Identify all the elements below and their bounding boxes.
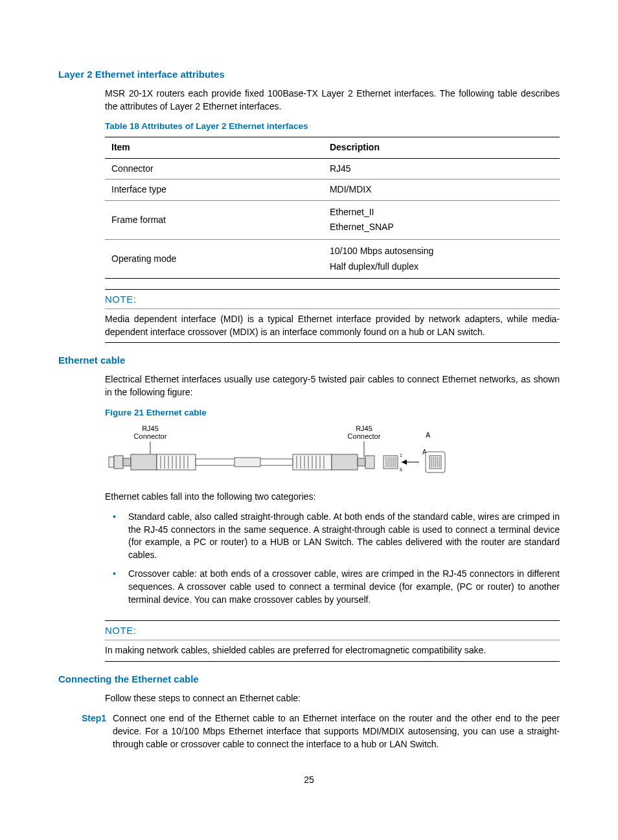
- table-row: Frame format Ethernet_II Ethernet_SNAP: [105, 200, 560, 239]
- heading-connecting-cable: Connecting the Ethernet cable: [58, 672, 560, 686]
- table-row: Connector RJ45: [105, 158, 560, 180]
- step-text: Connect one end of the Ethernet cable to…: [113, 712, 560, 751]
- table-layer2-attributes: Item Description Connector RJ45 Interfac…: [105, 137, 560, 279]
- svg-text:8: 8: [400, 467, 402, 472]
- svg-rect-31: [332, 454, 358, 470]
- note-block-mdi: NOTE: Media dependent interface (MDI) is…: [105, 289, 560, 343]
- note-label: NOTE:: [105, 292, 560, 306]
- svg-text:RJ45: RJ45: [142, 425, 159, 432]
- note-text: In making network cables, shielded cable…: [105, 640, 560, 657]
- svg-rect-32: [365, 456, 374, 469]
- paragraph-ethernet-intro: Electrical Ethernet interfaces usually u…: [105, 373, 560, 399]
- cell-item: Interface type: [105, 180, 323, 201]
- heading-ethernet-cable: Ethernet cable: [58, 353, 560, 367]
- cell-desc: 10/100 Mbps autosensing Half duplex/full…: [323, 240, 560, 279]
- note-text: Media dependent interface (MDI) is a typ…: [105, 309, 560, 338]
- svg-rect-10: [131, 454, 157, 470]
- table-row: Operating mode 10/100 Mbps autosensing H…: [105, 240, 560, 279]
- cell-desc: MDI/MDIX: [323, 180, 560, 201]
- note-block-shielded: NOTE: In making network cables, shielded…: [105, 620, 560, 662]
- cell-item: Frame format: [105, 200, 323, 239]
- svg-text:A: A: [426, 431, 431, 439]
- paragraph-layer2-intro: MSR 20-1X routers each provide fixed 100…: [105, 88, 560, 113]
- cell-item: Operating mode: [105, 240, 323, 279]
- figure-21-caption: Figure 21 Ethernet cable: [105, 407, 560, 419]
- step-1-row: Step1 Connect one end of the Ethernet ca…: [82, 712, 560, 751]
- svg-text:RJ45: RJ45: [356, 425, 372, 432]
- svg-text:1: 1: [400, 453, 402, 458]
- heading-layer2-attributes: Layer 2 Ethernet interface attributes: [58, 67, 560, 81]
- table-18-caption: Table 18 Attributes of Layer 2 Ethernet …: [105, 121, 560, 133]
- list-item: Crossover cable: at both ends of a cross…: [105, 568, 560, 612]
- cell-item: Connector: [105, 158, 323, 180]
- step-label: Step1: [82, 712, 113, 751]
- paragraph-categories-intro: Ethernet cables fall into the following …: [105, 491, 560, 504]
- svg-text:Connector: Connector: [134, 432, 167, 440]
- paragraph-connecting-intro: Follow these steps to connect an Etherne…: [105, 692, 560, 705]
- svg-text:Connector: Connector: [348, 432, 381, 440]
- bullet-list-cable-types: Standard cable, also called straight-thr…: [105, 511, 560, 612]
- svg-rect-9: [114, 456, 123, 469]
- page-number: 25: [58, 774, 560, 787]
- table-row: Interface type MDI/MDIX: [105, 180, 560, 201]
- figure-ethernet-cable: RJ45 Connector RJ45 Connector A A: [105, 423, 560, 482]
- svg-rect-8: [109, 457, 114, 467]
- svg-rect-21: [235, 458, 260, 467]
- list-item: Standard cable, also called straight-thr…: [105, 511, 560, 568]
- th-item: Item: [105, 137, 323, 159]
- th-description: Description: [323, 137, 560, 159]
- cell-desc: Ethernet_II Ethernet_SNAP: [323, 200, 560, 239]
- cell-desc: RJ45: [323, 158, 560, 180]
- note-label: NOTE:: [105, 624, 560, 637]
